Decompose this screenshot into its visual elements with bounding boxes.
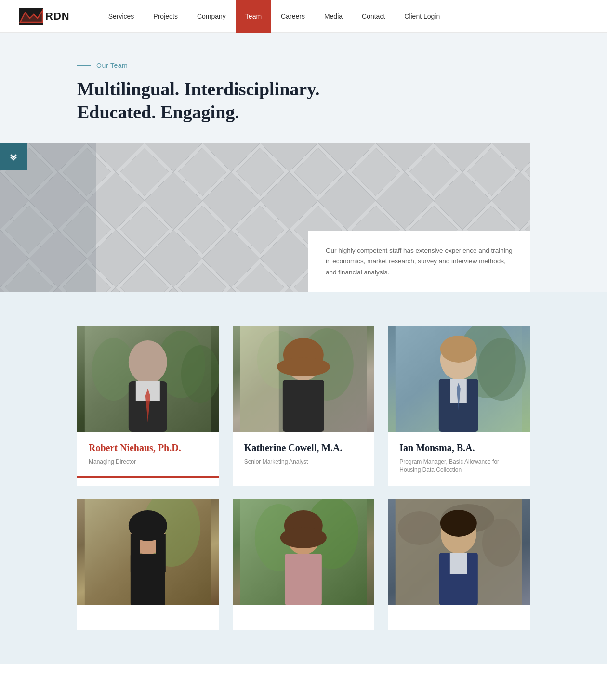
chevron-down-icon xyxy=(9,152,18,161)
nav-company[interactable]: Company xyxy=(187,0,236,33)
banner-container: Our highly competent staff has extensive… xyxy=(0,143,530,292)
svg-rect-23 xyxy=(282,380,324,432)
team-photo-row2-2 xyxy=(233,499,375,605)
label-dash xyxy=(77,65,91,66)
team-section: Robert Niehaus, Ph.D. Managing Director xyxy=(0,292,607,664)
nav-careers[interactable]: Careers xyxy=(271,0,315,33)
team-card-info-row2-2 xyxy=(233,605,375,630)
logo-text: RDN xyxy=(45,10,70,23)
nav-services[interactable]: Services xyxy=(99,0,144,33)
svg-rect-19 xyxy=(240,326,278,432)
hero-heading: Multilingual. Interdisciplinary. Educate… xyxy=(77,78,530,124)
svg-point-50 xyxy=(482,519,521,567)
banner-image: Our highly competent staff has extensive… xyxy=(0,143,530,292)
team-card-katherine[interactable]: Katherine Cowell, M.A. Senior Marketing … xyxy=(233,326,375,486)
section-label-container: Our Team xyxy=(77,62,530,69)
member-name-katherine: Katherine Cowell, M.A. xyxy=(244,441,363,454)
scroll-button[interactable] xyxy=(0,143,27,170)
svg-point-12 xyxy=(129,340,167,384)
team-photo-row2-1 xyxy=(77,499,219,605)
svg-point-22 xyxy=(277,357,330,376)
nav-projects[interactable]: Projects xyxy=(144,0,187,33)
team-card-info-ian: Ian Monsma, B.A. Program Manager, Basic … xyxy=(388,432,530,486)
svg-point-44 xyxy=(280,527,326,548)
nav-links: Services Projects Company Team Careers M… xyxy=(99,0,588,33)
member-name-ian: Ian Monsma, B.A. xyxy=(399,441,518,454)
team-card-row2-1[interactable] xyxy=(77,499,219,630)
hero-section: Our Team Multilingual. Interdisciplinary… xyxy=(0,33,607,292)
member-title-katherine: Senior Marketing Analyst xyxy=(244,458,363,466)
banner-description-box: Our highly competent staff has extensive… xyxy=(308,231,530,292)
team-card-ian[interactable]: Ian Monsma, B.A. Program Manager, Basic … xyxy=(388,326,530,486)
team-card-info-row2-1 xyxy=(77,605,219,630)
team-card-info-robert: Robert Niehaus, Ph.D. Managing Director xyxy=(77,432,219,478)
banner-description: Our highly competent staff has extensive… xyxy=(326,246,513,278)
member-name-robert: Robert Niehaus, Ph.D. xyxy=(89,441,208,454)
svg-rect-38 xyxy=(131,554,165,605)
svg-point-26 xyxy=(477,338,526,401)
member-title-robert: Managing Director xyxy=(89,458,208,466)
team-grid: Robert Niehaus, Ph.D. Managing Director xyxy=(77,326,530,630)
team-photo-ian xyxy=(388,326,530,432)
team-card-row2-2[interactable] xyxy=(233,499,375,630)
team-photo-katherine xyxy=(233,326,375,432)
logo[interactable]: RDN xyxy=(19,8,70,25)
team-photo-row2-3 xyxy=(388,499,530,605)
team-card-row2-3[interactable] xyxy=(388,499,530,630)
team-card-info-row2-3 xyxy=(388,605,530,630)
card-divider-robert xyxy=(77,476,219,478)
team-photo-robert xyxy=(77,326,219,432)
svg-point-28 xyxy=(440,336,477,363)
svg-rect-45 xyxy=(285,554,321,605)
svg-point-10 xyxy=(181,345,219,403)
nav-team[interactable]: Team xyxy=(236,0,271,33)
svg-point-52 xyxy=(440,510,477,537)
team-card-info-katherine: Katherine Cowell, M.A. Senior Marketing … xyxy=(233,432,375,478)
svg-point-48 xyxy=(398,511,441,545)
nav-media[interactable]: Media xyxy=(315,0,352,33)
team-card-robert[interactable]: Robert Niehaus, Ph.D. Managing Director xyxy=(77,326,219,486)
svg-rect-54 xyxy=(450,553,467,574)
member-title-ian: Program Manager, Basic Allowance for Hou… xyxy=(399,458,518,474)
nav-contact[interactable]: Contact xyxy=(352,0,395,33)
navigation: RDN Services Projects Company Team Caree… xyxy=(0,0,607,33)
section-label: Our Team xyxy=(96,62,128,69)
nav-client-login[interactable]: Client Login xyxy=(395,0,449,33)
